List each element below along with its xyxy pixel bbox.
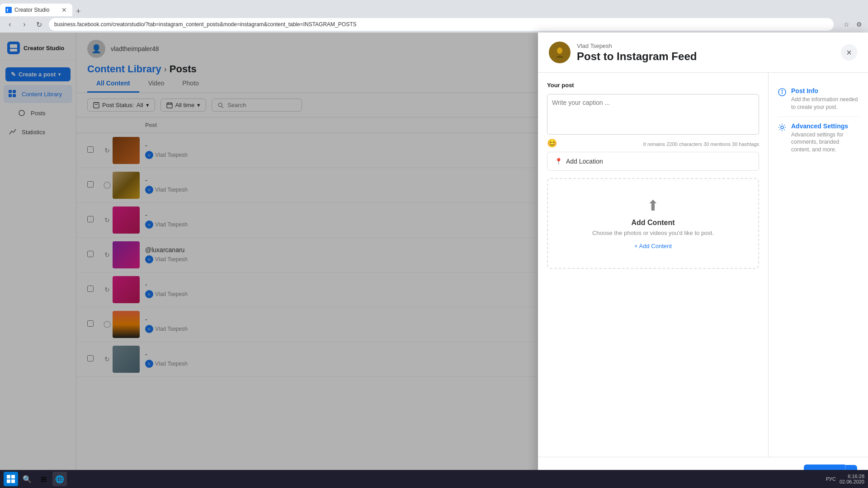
- add-content-desc: Choose the photos or videos you'd like t…: [557, 230, 749, 236]
- post-info-desc: Add the information needed to create you…: [791, 96, 859, 111]
- browser-chrome: f Creator Studio ✕ + ‹ › ↻ ☆ ⚙: [0, 0, 868, 33]
- modal-title: Post to Instagram Feed: [577, 50, 841, 63]
- modal-close-button[interactable]: ×: [841, 44, 857, 61]
- add-content-link[interactable]: + Add Content: [634, 243, 672, 249]
- post-to-instagram-modal: Vlad Tsepesh Post to Instagram Feed × Yo…: [538, 33, 868, 488]
- tab-favicon: f: [5, 7, 12, 13]
- modal-main-area: Your post 😊 It remains 2200 characters 3…: [538, 73, 769, 457]
- active-tab[interactable]: f Creator Studio ✕: [0, 4, 72, 16]
- taskbar-chrome-icon[interactable]: 🌐: [52, 472, 67, 486]
- advanced-settings-title: Advanced Settings: [791, 122, 859, 130]
- taskbar-clock: 6:16:28 02.06.2020: [840, 474, 864, 484]
- post-info-title: Post Info: [791, 87, 859, 94]
- advanced-settings-icon: [778, 123, 787, 132]
- modal-title-area: Vlad Tsepesh Post to Instagram Feed: [577, 42, 841, 63]
- refresh-button[interactable]: ↻: [33, 18, 45, 31]
- nav-buttons: ‹ › ↻: [4, 18, 45, 31]
- new-tab-button[interactable]: +: [72, 7, 85, 16]
- bookmark-button[interactable]: ☆: [841, 19, 852, 30]
- modal-header: Vlad Tsepesh Post to Instagram Feed ×: [538, 33, 868, 73]
- modal-avatar: [549, 42, 571, 63]
- modal-body: Your post 😊 It remains 2200 characters 3…: [538, 73, 868, 457]
- add-location-label: Add Location: [566, 158, 603, 165]
- post-info-option[interactable]: Post Info Add the information needed to …: [778, 82, 859, 117]
- add-location-button[interactable]: 📍 Add Location: [547, 152, 759, 171]
- char-count: It remains 2200 characters 30 mentions 3…: [643, 141, 759, 147]
- emoji-button[interactable]: 😊: [547, 138, 557, 148]
- app: Creator Studio ✎ Create a post ▾ Content…: [0, 33, 868, 488]
- taskbar-time: 6:16:28: [840, 474, 864, 479]
- taskbar-lang: РУС: [826, 476, 836, 482]
- upload-icon: ⬆: [557, 197, 749, 214]
- browser-actions: ☆ ⚙: [841, 19, 864, 30]
- tab-title: Creator Studio: [14, 7, 49, 13]
- svg-point-22: [782, 90, 783, 91]
- advanced-settings-option[interactable]: Advanced Settings Advanced settings for …: [778, 117, 859, 159]
- add-content-title: Add Content: [557, 219, 749, 227]
- taskbar-date: 02.06.2020: [840, 479, 864, 484]
- post-info-icon: [778, 88, 787, 97]
- forward-button[interactable]: ›: [18, 18, 31, 31]
- taskbar: 🔍 ⊞ 🌐 РУС 6:16:28 02.06.2020: [0, 470, 868, 488]
- tab-close-button[interactable]: ✕: [61, 6, 67, 14]
- location-icon: 📍: [555, 158, 562, 165]
- taskbar-search-button[interactable]: 🔍: [20, 472, 34, 486]
- svg-rect-24: [7, 475, 10, 479]
- taskbar-start-button[interactable]: [4, 472, 18, 486]
- svg-rect-26: [7, 479, 10, 483]
- add-content-area: ⬆ Add Content Choose the photos or video…: [547, 178, 759, 269]
- address-bar: ‹ › ↻ ☆ ⚙: [0, 16, 868, 33]
- svg-rect-25: [11, 475, 15, 479]
- svg-point-23: [781, 126, 783, 129]
- modal-username: Vlad Tsepesh: [577, 42, 841, 49]
- extensions-button[interactable]: ⚙: [854, 19, 864, 30]
- tab-bar: f Creator Studio ✕ +: [0, 0, 868, 16]
- caption-textarea[interactable]: [547, 94, 759, 135]
- back-button[interactable]: ‹: [4, 18, 16, 31]
- modal-sidebar: Post Info Add the information needed to …: [769, 73, 868, 457]
- svg-rect-27: [11, 479, 15, 483]
- taskbar-taskview-button[interactable]: ⊞: [36, 472, 51, 486]
- url-bar[interactable]: [49, 18, 834, 31]
- your-post-label: Your post: [547, 82, 759, 89]
- advanced-settings-desc: Advanced settings for comments, branded …: [791, 131, 859, 154]
- svg-point-19: [557, 47, 562, 54]
- post-info-text: Post Info Add the information needed to …: [791, 87, 859, 111]
- advanced-settings-text: Advanced Settings Advanced settings for …: [791, 122, 859, 154]
- taskbar-right: РУС 6:16:28 02.06.2020: [826, 474, 864, 484]
